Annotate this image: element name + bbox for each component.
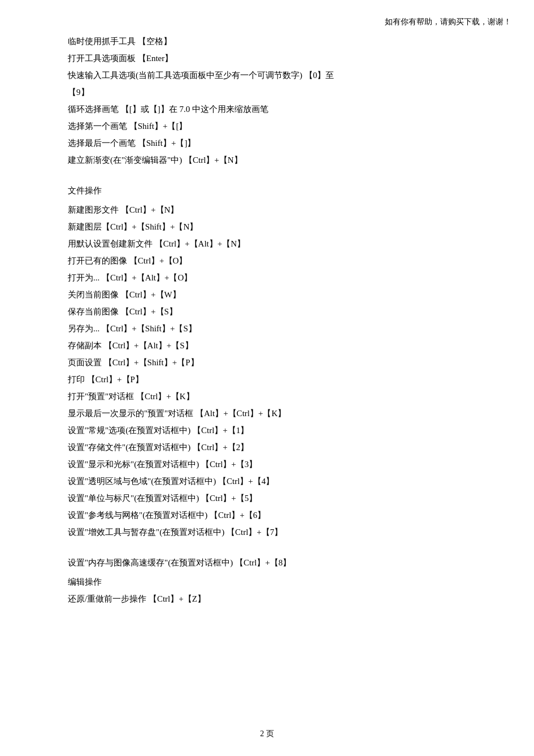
line-6: 选择第一个画笔 【Shift】+【[】 xyxy=(68,118,466,135)
line-1: 临时使用抓手工具 【空格】 xyxy=(68,33,466,50)
line-9: 新建图形文件 【Ctrl】+【N】 xyxy=(68,201,466,218)
line-24: 设置"显示和光标"(在预置对话框中) 【Ctrl】+【3】 xyxy=(68,456,466,473)
page-container: 如有你有帮助，请购买下载，谢谢！ 临时使用抓手工具 【空格】 打开工具选项面板 … xyxy=(0,0,534,756)
line-22: 设置"常规"选项(在预置对话框中) 【Ctrl】+【1】 xyxy=(68,422,466,439)
line-29: 编辑操作 xyxy=(68,573,466,590)
line-27: 设置"参考线与网格"(在预置对话框中) 【Ctrl】+【6】 xyxy=(68,507,466,524)
page-number: 2 页 xyxy=(260,729,274,739)
content-block: 临时使用抓手工具 【空格】 打开工具选项面板 【Enter】 快速输入工具选项(… xyxy=(68,33,466,607)
section-title-file: 文件操作 xyxy=(68,182,466,199)
line-20: 打开"预置"对话框 【Ctrl】+【K】 xyxy=(68,388,466,405)
line-2: 打开工具选项面板 【Enter】 xyxy=(68,50,466,67)
section-title-edit: 设置"内存与图像高速缓存"(在预置对话框中) 【Ctrl】+【8】 xyxy=(68,554,466,571)
line-19: 打印 【Ctrl】+【P】 xyxy=(68,371,466,388)
line-28: 设置"增效工具与暂存盘"(在预置对话框中) 【Ctrl】+【7】 xyxy=(68,524,466,541)
line-5: 循环选择画笔 【[】或【]】在 7.0 中这个用来缩放画笔 xyxy=(68,101,466,118)
line-11: 用默认设置创建新文件 【Ctrl】+【Alt】+【N】 xyxy=(68,235,466,252)
line-12: 打开已有的图像 【Ctrl】+【O】 xyxy=(68,252,466,269)
line-26: 设置"单位与标尺"(在预置对话框中) 【Ctrl】+【5】 xyxy=(68,490,466,507)
line-30: 还原/重做前一步操作 【Ctrl】+【Z】 xyxy=(68,590,466,607)
top-right-note: 如有你有帮助，请购买下载，谢谢！ xyxy=(385,17,511,27)
line-18: 页面设置 【Ctrl】+【Shift】+【P】 xyxy=(68,354,466,371)
line-21: 显示最后一次显示的"预置"对话框 【Alt】+【Ctrl】+【K】 xyxy=(68,405,466,422)
line-16: 另存为... 【Ctrl】+【Shift】+【S】 xyxy=(68,320,466,337)
line-25: 设置"透明区域与色域"(在预置对话框中) 【Ctrl】+【4】 xyxy=(68,473,466,490)
line-23: 设置"存储文件"(在预置对话框中) 【Ctrl】+【2】 xyxy=(68,439,466,456)
line-8: 建立新渐变(在"渐变编辑器"中) 【Ctrl】+【N】 xyxy=(68,152,466,169)
line-7: 选择最后一个画笔 【Shift】+【]】 xyxy=(68,135,466,152)
line-15: 保存当前图像 【Ctrl】+【S】 xyxy=(68,303,466,320)
line-17: 存储副本 【Ctrl】+【Alt】+【S】 xyxy=(68,337,466,354)
line-4: 【9】 xyxy=(68,84,466,101)
line-3: 快速输入工具选项(当前工具选项面板中至少有一个可调节数字) 【0】至 xyxy=(68,67,466,84)
line-14: 关闭当前图像 【Ctrl】+【W】 xyxy=(68,286,466,303)
line-10: 新建图层【Ctrl】+【Shift】+【N】 xyxy=(68,218,466,235)
line-13: 打开为... 【Ctrl】+【Alt】+【O】 xyxy=(68,269,466,286)
